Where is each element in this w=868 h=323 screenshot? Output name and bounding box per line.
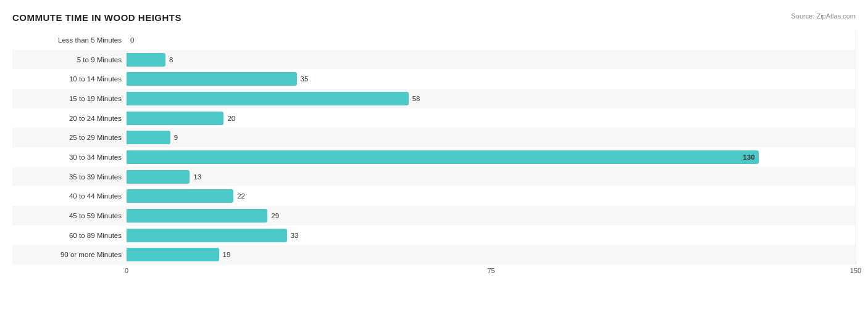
table-row: Less than 5 Minutes0: [12, 30, 856, 50]
bar-value: 13: [193, 173, 201, 181]
bar-track: 33: [127, 229, 856, 242]
bar-track: 20: [127, 112, 856, 125]
table-row: 60 to 89 Minutes33: [12, 226, 856, 245]
bar-value: 9: [174, 134, 178, 141]
x-tick-label: 75: [487, 267, 495, 274]
table-row: 90 or more Minutes19: [12, 245, 856, 264]
table-row: 35 to 39 Minutes13: [12, 167, 856, 187]
x-tick-label: 150: [850, 267, 861, 274]
bar-track: 130: [127, 150, 856, 164]
bar-label: 10 to 14 Minutes: [12, 75, 127, 83]
bar-fill: [127, 53, 165, 67]
x-tick-label: 0: [125, 267, 128, 274]
table-row: 5 to 9 Minutes8: [12, 50, 856, 70]
bar-label: 45 to 59 Minutes: [12, 212, 127, 219]
bar-value: 20: [227, 115, 235, 122]
bar-value: 0: [130, 36, 134, 44]
bar-track: 9: [127, 131, 856, 144]
source-label: Source: ZipAtlas.com: [791, 12, 856, 20]
bar-value: 130: [743, 153, 754, 161]
chart-title: COMMUTE TIME IN WOOD HEIGHTS: [12, 12, 856, 23]
bar-track: 35: [127, 72, 856, 86]
bars-section: Less than 5 Minutes05 to 9 Minutes810 to…: [12, 30, 856, 264]
bar-value: 19: [223, 251, 231, 258]
bar-label: 35 to 39 Minutes: [12, 173, 127, 181]
bar-fill: [127, 189, 233, 203]
bar-value: 29: [271, 212, 279, 219]
bar-label: Less than 5 Minutes: [12, 36, 127, 44]
table-row: 30 to 34 Minutes130: [12, 147, 856, 167]
bar-fill: [127, 248, 219, 261]
table-row: 15 to 19 Minutes58: [12, 89, 856, 108]
table-row: 45 to 59 Minutes29: [12, 206, 856, 226]
bar-label: 90 or more Minutes: [12, 251, 127, 258]
table-row: 25 to 29 Minutes9: [12, 128, 856, 147]
bar-track: 22: [127, 189, 856, 203]
bar-track: 8: [127, 53, 856, 67]
grid-line: [856, 30, 856, 264]
bar-label: 30 to 34 Minutes: [12, 153, 127, 161]
table-row: 40 to 44 Minutes22: [12, 186, 856, 206]
bar-fill: [127, 72, 297, 86]
bar-label: 25 to 29 Minutes: [12, 134, 127, 141]
bar-track: 29: [127, 209, 856, 223]
bar-fill: [127, 229, 287, 242]
bar-value: 58: [412, 95, 420, 102]
bar-fill: [127, 131, 170, 144]
chart-area: Less than 5 Minutes05 to 9 Minutes810 to…: [12, 30, 856, 279]
bar-value: 35: [301, 75, 309, 83]
bar-fill: [127, 92, 409, 105]
x-axis: 075150: [12, 267, 856, 279]
bar-label: 40 to 44 Minutes: [12, 192, 127, 200]
bar-fill: [127, 209, 267, 223]
x-axis-inner: 075150: [127, 267, 856, 279]
bar-label: 15 to 19 Minutes: [12, 95, 127, 102]
bar-fill: [127, 112, 223, 125]
chart-container: COMMUTE TIME IN WOOD HEIGHTS Source: Zip…: [0, 0, 868, 323]
bar-track: 13: [127, 170, 856, 184]
table-row: 10 to 14 Minutes35: [12, 69, 856, 89]
bar-fill: 130: [127, 150, 759, 164]
bar-value: 8: [169, 56, 173, 63]
bar-label: 60 to 89 Minutes: [12, 232, 127, 239]
bar-track: 0: [127, 33, 856, 47]
bar-track: 19: [127, 248, 856, 261]
bar-value: 22: [237, 192, 245, 200]
bar-label: 20 to 24 Minutes: [12, 115, 127, 122]
bar-track: 58: [127, 92, 856, 105]
bar-value: 33: [291, 232, 299, 239]
table-row: 20 to 24 Minutes20: [12, 108, 856, 128]
bar-label: 5 to 9 Minutes: [12, 56, 127, 63]
bar-fill: [127, 170, 190, 184]
